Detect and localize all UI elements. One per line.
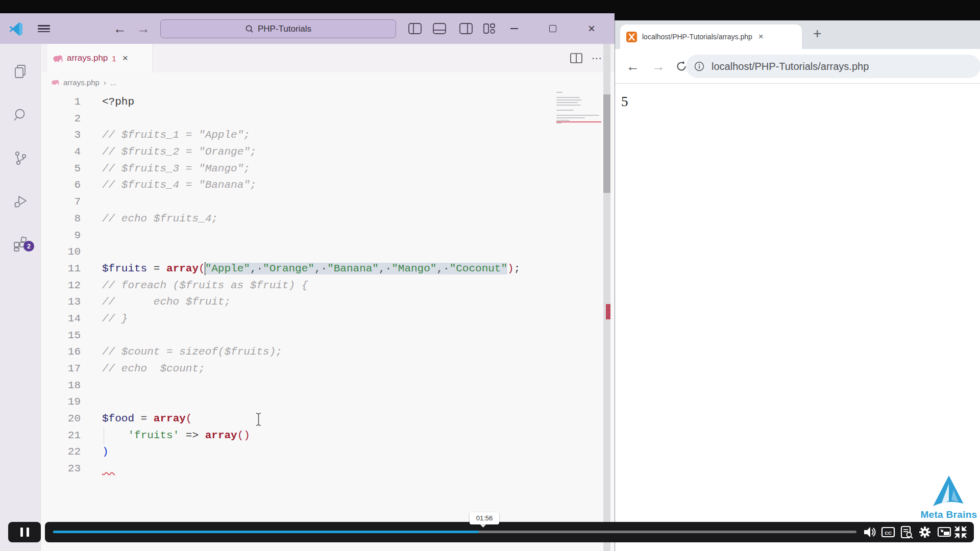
code-line: 14// }	[0, 311, 602, 328]
code-line: 7	[0, 194, 602, 211]
picture-in-picture-icon[interactable]	[937, 525, 951, 539]
more-actions-icon[interactable]: ⋯	[592, 52, 602, 64]
code-line: 15	[0, 328, 602, 344]
line-number: 7	[0, 194, 81, 211]
channel-branding: Meta Brains	[911, 474, 980, 520]
tab-title: arrays.php	[67, 53, 108, 63]
new-tab-button[interactable]: +	[813, 26, 821, 42]
code-line: 5// $fruits_3 = "Mango";	[0, 161, 602, 178]
command-search-input[interactable]: PHP-Tutorials	[160, 19, 396, 38]
code-line: 2	[0, 111, 602, 128]
xampp-icon	[626, 32, 637, 42]
browser-tab[interactable]: localhost/PHP-Tutorials/arrays.php ×	[620, 24, 802, 49]
browser-forward-icon[interactable]: →	[652, 49, 665, 84]
volume-icon[interactable]	[863, 525, 877, 539]
maximize-button[interactable]	[541, 13, 565, 44]
player-bar: CC	[45, 522, 974, 542]
browser-back-icon[interactable]: ←	[626, 49, 640, 84]
code-line: 19	[0, 394, 602, 411]
browser-tab-close-icon[interactable]: ×	[758, 32, 764, 42]
line-number: 5	[0, 161, 81, 178]
settings-gear-icon[interactable]	[918, 525, 932, 539]
line-number: 21	[0, 428, 81, 444]
forward-arrow-icon[interactable]: →	[137, 13, 150, 44]
browser-window: localhost/PHP-Tutorials/arrays.php × + ←…	[615, 20, 980, 551]
editor-tabstrip: arrays.php 1 × ⋯	[41, 44, 615, 72]
url-text: localhost/PHP-Tutorials/arrays.php	[712, 61, 869, 72]
toggle-sidebar-icon[interactable]	[408, 23, 422, 34]
tab-close-icon[interactable]: ×	[122, 53, 128, 64]
search-icon	[245, 24, 254, 33]
progress-bar[interactable]	[53, 531, 856, 533]
tab-arrays-php[interactable]: arrays.php 1 ×	[47, 44, 153, 72]
line-number: 2	[0, 111, 81, 128]
code-line: 9	[0, 228, 602, 244]
code-line: 3// $fruits_1 = "Apple";	[0, 127, 602, 144]
site-info-icon[interactable]	[694, 61, 704, 71]
line-number: 16	[0, 344, 81, 361]
line-number: 12	[0, 278, 81, 294]
line-number: 1	[0, 94, 81, 111]
code-line: 22)	[0, 444, 602, 461]
scrollbar-thumb[interactable]	[603, 94, 610, 193]
code-line: 20$food = array(	[0, 411, 602, 428]
shrink-icon[interactable]	[953, 525, 968, 539]
line-number: 15	[0, 328, 81, 344]
line-number: 8	[0, 211, 81, 228]
search-text: PHP-Tutorials	[258, 24, 311, 34]
code-line: 8// echo $fruits_4;	[0, 211, 602, 228]
url-bar[interactable]: localhost/PHP-Tutorials/arrays.php	[686, 55, 980, 78]
vscode-logo-icon	[8, 13, 23, 44]
back-arrow-icon[interactable]: ←	[113, 13, 127, 44]
vscode-window: ← → PHP-Tutorials ×	[0, 13, 615, 551]
line-number: 20	[0, 411, 81, 428]
browser-tab-title: localhost/PHP-Tutorials/arrays.php	[642, 33, 752, 41]
explorer-icon[interactable]	[13, 64, 28, 79]
time-tooltip: 01:56	[470, 512, 499, 524]
minimap[interactable]	[556, 92, 601, 135]
error-overview-marker	[606, 304, 610, 319]
breadcrumb-more: ...	[110, 78, 117, 87]
editor-scrollbar[interactable]	[603, 44, 610, 551]
code-line: 4// $fruits_2 = "Orange";	[0, 144, 602, 161]
php-output: 5	[621, 94, 628, 110]
tab-problems-badge: 1	[112, 54, 116, 63]
vscode-titlebar: ← → PHP-Tutorials ×	[0, 13, 615, 44]
close-button[interactable]: ×	[580, 13, 603, 44]
php-file-icon	[51, 79, 59, 86]
toggle-secondary-sidebar-icon[interactable]	[459, 23, 473, 34]
brand-name: Meta Brains	[911, 509, 980, 520]
breadcrumb-file: arrays.php	[63, 78, 100, 87]
captions-icon[interactable]: CC	[881, 525, 895, 539]
split-editor-icon[interactable]	[570, 53, 582, 63]
line-number: 13	[0, 294, 81, 311]
text-cursor-pointer	[255, 412, 262, 427]
pause-button[interactable]	[8, 522, 41, 542]
line-number: 10	[0, 244, 81, 261]
meta-brains-logo	[929, 474, 969, 508]
line-number: 9	[0, 228, 81, 244]
indent-guide	[104, 428, 104, 444]
code-line: 1<?php	[0, 94, 602, 111]
breadcrumb-separator: ›	[104, 78, 106, 87]
line-number: 23	[0, 461, 81, 478]
code-line: 17// echo $count;	[0, 361, 602, 378]
customize-layout-icon[interactable]	[483, 23, 496, 34]
menu-icon[interactable]	[38, 13, 50, 44]
minimap-selection-marker	[556, 121, 601, 122]
line-number: 17	[0, 361, 81, 378]
browser-toolbar: ← → localhost/PHP-Tutorials/arrays.php	[615, 49, 980, 84]
code-editor[interactable]: 1<?php23// $fruits_1 = "Apple";4// $frui…	[0, 94, 602, 551]
transcript-icon[interactable]	[899, 525, 914, 539]
toggle-panel-icon[interactable]	[433, 23, 446, 34]
svg-text:CC: CC	[885, 530, 892, 536]
code-line: 10	[0, 244, 602, 261]
code-line: 13// echo $fruit;	[0, 294, 602, 311]
code-line: 21 'fruits' => array()	[0, 428, 602, 444]
code-line: 23	[0, 461, 602, 478]
line-number: 22	[0, 444, 81, 461]
minimize-button[interactable]	[502, 13, 526, 44]
line-number: 6	[0, 177, 81, 194]
breadcrumb[interactable]: arrays.php › ...	[51, 73, 116, 91]
line-number: 4	[0, 144, 81, 161]
